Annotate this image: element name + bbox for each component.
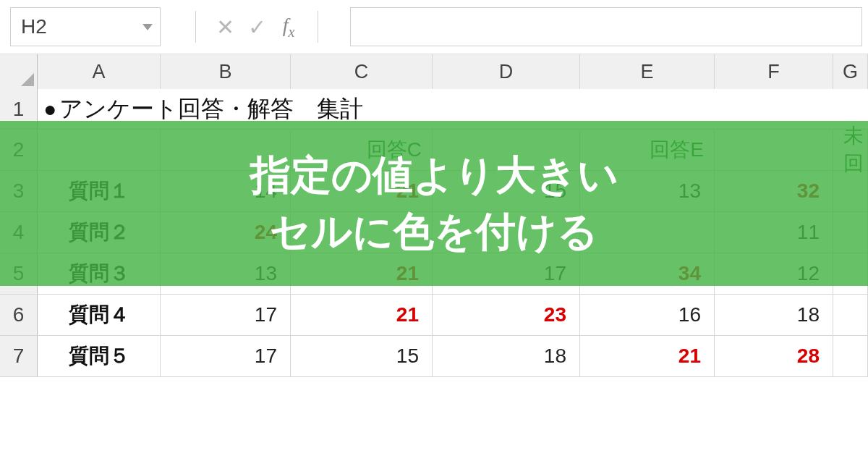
spreadsheet: A B C D E F G 1 ●アンケート回答・解答 集計 2 回答C 回答E…	[0, 54, 868, 377]
cell[interactable]	[291, 212, 433, 253]
row-header[interactable]: 5	[0, 253, 38, 294]
cell-value: 32	[797, 180, 820, 203]
cell[interactable]	[833, 253, 868, 294]
cell[interactable]: 回答E	[580, 130, 715, 170]
row-header[interactable]: 7	[0, 336, 38, 376]
row-header[interactable]: 1	[0, 89, 38, 129]
cell-value: 24	[255, 221, 277, 244]
cell-value: 13	[678, 180, 701, 203]
circle-icon: ●	[43, 97, 56, 122]
cell[interactable]: 質問１	[38, 171, 161, 211]
formula-bar-buttons: ✕ ✓ fx	[182, 7, 331, 46]
cell[interactable]	[715, 130, 833, 170]
data-row: 5 質問３ 13 21 17 34 12	[0, 253, 868, 295]
cell[interactable]: 18	[433, 336, 580, 376]
insert-function-button[interactable]: fx	[273, 11, 305, 43]
cell-value: 21	[396, 262, 419, 285]
row-header[interactable]: 4	[0, 212, 38, 253]
fx-icon: fx	[283, 14, 295, 41]
cell[interactable]: 質問５	[38, 336, 161, 376]
cell[interactable]: 24	[161, 212, 291, 253]
cell-value: 15	[396, 345, 419, 368]
cell-value: 15	[544, 180, 566, 203]
row-header[interactable]: 6	[0, 295, 38, 335]
cell[interactable]: 15	[433, 171, 580, 211]
cell[interactable]: 13	[161, 253, 291, 294]
cell[interactable]: 32	[715, 171, 833, 211]
cell[interactable]	[433, 212, 580, 253]
row-header[interactable]: 3	[0, 171, 38, 211]
column-header[interactable]: A	[38, 54, 161, 89]
formula-bar: H2 ✕ ✓ fx	[0, 0, 868, 54]
cell[interactable]: 28	[715, 336, 833, 376]
row-header[interactable]: 2	[0, 130, 38, 170]
cell[interactable]	[580, 212, 715, 253]
cell[interactable]: 13	[580, 171, 715, 211]
cell[interactable]: 34	[580, 253, 715, 294]
data-row: 3 質問１ 14 21 15 13 32	[0, 171, 868, 212]
cell[interactable]	[833, 171, 868, 211]
data-row: 4 質問２ 24 11	[0, 212, 868, 253]
cell-value: 28	[797, 345, 820, 368]
cell-value: 13	[255, 262, 277, 285]
cell[interactable]: 17	[161, 295, 291, 335]
check-icon: ✓	[248, 14, 266, 40]
data-row: 7 質問５ 17 15 18 21 28	[0, 336, 868, 377]
cell[interactable]	[433, 130, 580, 170]
cell[interactable]: 21	[580, 336, 715, 376]
cell[interactable]: 23	[433, 295, 580, 335]
cell-value: 21	[396, 303, 419, 326]
cell[interactable]: 12	[715, 253, 833, 294]
cell[interactable]: 質問４	[38, 295, 161, 335]
cell-value: 34	[678, 262, 701, 285]
cell-value: 21	[396, 180, 419, 203]
cell[interactable]: 17	[433, 253, 580, 294]
data-row: 1 ●アンケート回答・解答 集計	[0, 89, 868, 130]
cell[interactable]: 未回	[833, 130, 868, 170]
column-header[interactable]: E	[580, 54, 715, 89]
cell[interactable]	[833, 295, 868, 335]
cell[interactable]: 16	[580, 295, 715, 335]
column-header[interactable]: F	[715, 54, 833, 89]
cell[interactable]	[833, 336, 868, 376]
cell[interactable]: 21	[291, 295, 433, 335]
column-headers: A B C D E F G	[0, 54, 868, 89]
cell[interactable]: 17	[161, 336, 291, 376]
cell-value: 17	[544, 262, 566, 285]
column-header[interactable]: C	[291, 54, 433, 89]
cancel-button[interactable]: ✕	[209, 11, 241, 43]
cell-value: 16	[678, 303, 701, 326]
cell[interactable]: 21	[291, 171, 433, 211]
cell-value: 23	[544, 303, 566, 326]
cell-value: 21	[678, 345, 701, 368]
cell[interactable]: 14	[161, 171, 291, 211]
cell-value: 14	[255, 180, 277, 203]
close-icon: ✕	[216, 14, 234, 40]
name-box[interactable]: H2	[10, 7, 161, 46]
cell-value: 11	[797, 221, 820, 244]
cell[interactable]	[38, 130, 161, 170]
cell[interactable]: 質問３	[38, 253, 161, 294]
cell[interactable]: 回答C	[291, 130, 433, 170]
cell[interactable]: 21	[291, 253, 433, 294]
data-row: 2 回答C 回答E 未回	[0, 130, 868, 171]
name-box-value: H2	[21, 15, 47, 38]
title-cell[interactable]: ●アンケート回答・解答 集計	[38, 89, 161, 129]
column-header[interactable]: G	[833, 54, 868, 89]
cell[interactable]	[833, 212, 868, 253]
cell[interactable]: 18	[715, 295, 833, 335]
cell[interactable]: 15	[291, 336, 433, 376]
cell[interactable]: 質問２	[38, 212, 161, 253]
cell-value: 18	[797, 303, 820, 326]
select-all-button[interactable]	[0, 54, 38, 89]
column-header[interactable]: D	[433, 54, 580, 89]
formula-input[interactable]	[350, 7, 862, 46]
enter-button[interactable]: ✓	[241, 11, 273, 43]
chevron-down-icon	[142, 24, 153, 30]
cell[interactable]: 11	[715, 212, 833, 253]
cell-value: 12	[797, 262, 820, 285]
sheet-title: アンケート回答・解答 集計	[59, 93, 363, 125]
data-row: 6 質問４ 17 21 23 16 18	[0, 295, 868, 336]
cell[interactable]	[161, 130, 291, 170]
column-header[interactable]: B	[161, 54, 291, 89]
